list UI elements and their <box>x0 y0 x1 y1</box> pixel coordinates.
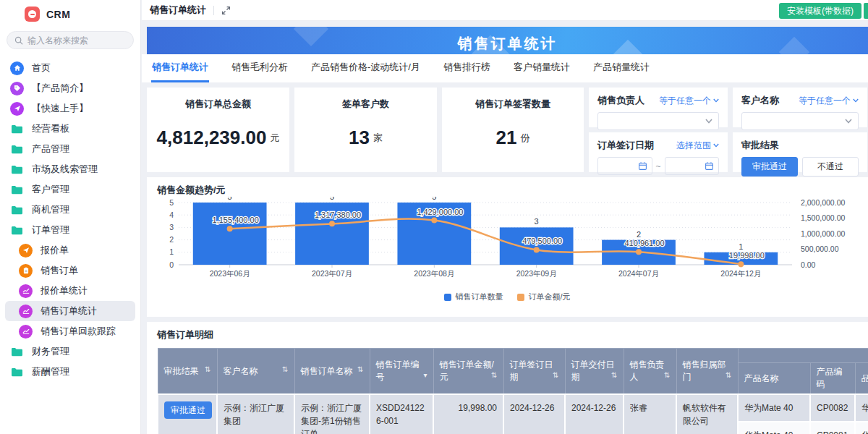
sidebar-item-label: 财务管理 <box>32 345 69 358</box>
send-icon <box>10 102 24 116</box>
range-link[interactable]: 选择范围 <box>676 140 719 152</box>
sidebar-item-12[interactable]: 销售订单统计 <box>5 301 135 321</box>
svg-text:479,500.00: 479,500.00 <box>522 237 562 246</box>
svg-text:5: 5 <box>169 198 174 207</box>
sidebar-item-1[interactable]: 【产品简介】 <box>0 78 140 98</box>
send-icon <box>19 244 33 258</box>
sort-icon: ⇅ <box>611 371 617 379</box>
table-title: 销售订单明细 <box>157 328 858 341</box>
chart-title: 销售金额趋势/元 <box>157 184 858 197</box>
date-end-input[interactable] <box>665 157 720 175</box>
svg-text:1,500,000.00: 1,500,000.00 <box>801 213 845 222</box>
col-header-0[interactable]: 审批结果⇅ <box>158 349 217 395</box>
sidebar-item-label: 销售订单统计 <box>41 305 97 318</box>
sidebar-item-label: 薪酬管理 <box>32 365 69 378</box>
stats-and-filters: 销售订单总金额4,812,239.00元签单客户数13家销售订单签署数量21份 … <box>147 88 868 172</box>
stat-card-2: 销售订单签署数量21份 <box>442 88 584 172</box>
sidebar-item-label: 报价单 <box>41 244 69 257</box>
sidebar-item-15[interactable]: 薪酬管理 <box>0 362 140 382</box>
sidebar-item-11[interactable]: 报价单统计 <box>0 281 140 301</box>
filter-approval: 审批结果 审批通过不通过 <box>733 132 867 172</box>
product-col-header-1[interactable]: 产品编码 <box>810 363 855 395</box>
sidebar-item-7[interactable]: 商机管理 <box>0 200 140 220</box>
sidebar-item-label: 经营看板 <box>32 122 69 135</box>
fullscreen-icon[interactable] <box>221 6 231 15</box>
main-area: 销售订单统计 安装模板(带数据) 销售订单统计 销售订单统计销售毛利分析产品销售… <box>142 0 868 434</box>
line-point-0 <box>227 226 233 232</box>
chevron-down-icon <box>845 119 852 124</box>
product-col-header-2[interactable]: 品牌 <box>855 363 868 395</box>
sidebar-item-4[interactable]: 产品管理 <box>0 139 140 159</box>
search-input[interactable] <box>27 35 122 46</box>
stat-unit: 家 <box>373 132 383 145</box>
chart-icon <box>19 284 33 298</box>
chart-panel: 销售金额趋势/元 0123450.00500,000.001,000,000.0… <box>147 177 868 317</box>
col-header-4[interactable]: 销售订单金额/元⇅ <box>433 349 503 395</box>
sidebar-item-0[interactable]: 首页 <box>0 58 140 78</box>
calendar-icon <box>705 161 714 171</box>
legend-item-1[interactable]: 订单金额/元 <box>517 292 570 302</box>
legend-item-0[interactable]: 销售订单数量 <box>444 292 503 302</box>
approval-option-1[interactable]: 不通过 <box>802 157 859 176</box>
folder-icon <box>10 184 24 195</box>
sidebar-item-label: 订单管理 <box>32 224 69 237</box>
date-start-input[interactable] <box>597 157 652 175</box>
sidebar-item-14[interactable]: 财务管理 <box>0 341 140 362</box>
install-template-button[interactable]: 安装模板(带数据) <box>779 3 861 19</box>
chart-legend: 销售订单数量订单金额/元 <box>157 292 858 302</box>
tab-4[interactable]: 客户销量统计 <box>513 61 571 82</box>
line-point-4 <box>636 250 642 255</box>
sidebar-item-label: 市场及线索管理 <box>32 163 98 176</box>
stat-unit: 元 <box>270 132 279 145</box>
svg-text:1,429,000.00: 1,429,000.00 <box>417 208 463 216</box>
tab-3[interactable]: 销售排行榜 <box>443 61 491 82</box>
sort-icon: ⇅ <box>664 371 670 379</box>
svg-text:3: 3 <box>169 223 174 231</box>
line-point-5 <box>738 261 744 267</box>
operator-link[interactable]: 等于任意一个 <box>659 95 719 107</box>
sidebar-search[interactable] <box>7 31 134 49</box>
filter-label: 销售负责人 <box>597 94 644 107</box>
sidebar-item-9[interactable]: 报价单 <box>0 240 140 260</box>
tab-2[interactable]: 产品销售价格-波动统计/月 <box>310 61 421 82</box>
operator-link[interactable]: 等于任意一个 <box>799 95 859 107</box>
topbar: 销售订单统计 安装模板(带数据) <box>142 0 868 21</box>
stat-value: 13 <box>349 127 370 149</box>
stat-card-0: 销售订单总金额4,812,239.00元 <box>147 88 289 172</box>
svg-text:0.00: 0.00 <box>801 260 816 269</box>
sidebar-item-10[interactable]: 销售订单 <box>0 260 140 281</box>
svg-text:2: 2 <box>169 235 174 244</box>
sales-person-select[interactable] <box>597 112 719 130</box>
svg-text:19,998.00: 19,998.00 <box>729 251 765 260</box>
tab-5[interactable]: 产品销量统计 <box>592 61 650 82</box>
col-header-7[interactable]: 销售负责人⇅ <box>624 349 676 395</box>
sidebar-item-label: 销售订单回款跟踪 <box>41 325 116 338</box>
sidebar-item-6[interactable]: 客户管理 <box>0 179 140 200</box>
svg-text:2024年07月: 2024年07月 <box>618 269 659 278</box>
col-header-5[interactable]: 订单签订日期⇅ <box>503 349 565 395</box>
col-header-6[interactable]: 订单交付日期⇅ <box>565 349 624 395</box>
col-header-1[interactable]: 客户名称⇅ <box>217 349 294 395</box>
col-header-2[interactable]: 销售订单名称⇅ <box>294 349 370 395</box>
sidebar-item-8[interactable]: 订单管理 <box>0 220 140 240</box>
svg-text:0: 0 <box>169 260 174 269</box>
svg-text:1,155,400.00: 1,155,400.00 <box>213 216 259 225</box>
product-col-header-0[interactable]: 产品名称 <box>738 363 810 395</box>
col-header-3[interactable]: 销售订单编号▾ <box>370 349 433 395</box>
customer-select[interactable] <box>741 112 859 130</box>
line-point-2 <box>431 218 437 224</box>
secondary-button-clipped[interactable] <box>864 3 868 19</box>
bar-2023年06月 <box>193 203 267 265</box>
stat-label: 签单客户数 <box>294 88 437 111</box>
home-icon <box>10 61 24 75</box>
sidebar-item-3[interactable]: 经营看板 <box>0 119 140 139</box>
sidebar-item-5[interactable]: 市场及线索管理 <box>0 159 140 179</box>
tab-1[interactable]: 销售毛利分析 <box>231 61 289 82</box>
chevron-down-icon <box>713 143 719 148</box>
sidebar-item-13[interactable]: 销售订单回款跟踪 <box>0 321 140 341</box>
filter-label: 审批结果 <box>741 139 779 152</box>
col-header-8[interactable]: 销售归属部门⇅ <box>676 349 738 395</box>
approval-option-0[interactable]: 审批通过 <box>741 157 798 176</box>
sidebar-item-2[interactable]: 【快速上手】 <box>0 98 140 119</box>
tab-0[interactable]: 销售订单统计 <box>151 61 209 82</box>
